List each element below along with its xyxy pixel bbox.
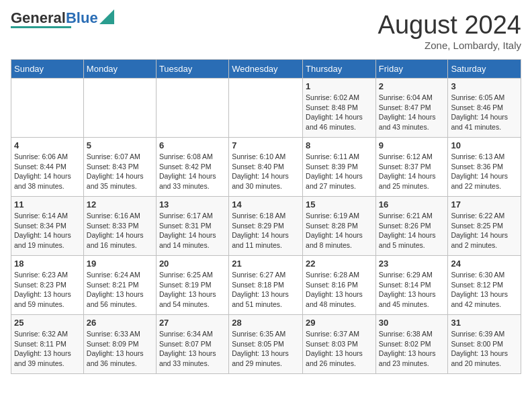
cell-1-6: 10Sunrise: 6:13 AM Sunset: 8:36 PM Dayli… — [448, 138, 521, 197]
day-info: Sunrise: 6:10 AM Sunset: 8:40 PM Dayligh… — [232, 152, 300, 191]
cell-2-5: 16Sunrise: 6:21 AM Sunset: 8:26 PM Dayli… — [375, 197, 448, 256]
day-info: Sunrise: 6:22 AM Sunset: 8:25 PM Dayligh… — [451, 211, 518, 250]
day-number: 6 — [159, 140, 226, 150]
day-info: Sunrise: 6:17 AM Sunset: 8:31 PM Dayligh… — [159, 211, 226, 250]
cell-2-6: 17Sunrise: 6:22 AM Sunset: 8:25 PM Dayli… — [448, 197, 521, 256]
day-number: 26 — [87, 318, 153, 328]
cell-4-5: 30Sunrise: 6:38 AM Sunset: 8:02 PM Dayli… — [375, 315, 448, 374]
day-number: 11 — [14, 199, 81, 210]
day-info: Sunrise: 6:34 AM Sunset: 8:07 PM Dayligh… — [159, 329, 226, 369]
cell-1-2: 6Sunrise: 6:08 AM Sunset: 8:42 PM Daylig… — [156, 138, 228, 197]
weekday-wednesday: Wednesday — [229, 60, 303, 79]
day-info: Sunrise: 6:35 AM Sunset: 8:05 PM Dayligh… — [232, 329, 300, 369]
cell-1-3: 7Sunrise: 6:10 AM Sunset: 8:40 PM Daylig… — [229, 138, 303, 197]
cell-3-5: 23Sunrise: 6:29 AM Sunset: 8:14 PM Dayli… — [375, 256, 448, 315]
weekday-sunday: Sunday — [11, 60, 84, 79]
day-number: 1 — [306, 81, 373, 91]
day-number: 2 — [379, 81, 445, 91]
cell-3-4: 22Sunrise: 6:28 AM Sunset: 8:16 PM Dayli… — [303, 256, 376, 315]
day-info: Sunrise: 6:23 AM Sunset: 8:23 PM Dayligh… — [14, 270, 81, 310]
day-info: Sunrise: 6:37 AM Sunset: 8:03 PM Dayligh… — [306, 329, 373, 369]
header: GeneralBlue August 2024 Zone, Lombardy, … — [11, 11, 521, 51]
day-number: 9 — [379, 140, 445, 150]
weekday-monday: Monday — [83, 60, 156, 79]
weekday-thursday: Thursday — [303, 60, 376, 79]
day-number: 3 — [451, 81, 518, 91]
cell-0-4: 1Sunrise: 6:02 AM Sunset: 8:48 PM Daylig… — [303, 79, 376, 138]
cell-2-3: 14Sunrise: 6:18 AM Sunset: 8:29 PM Dayli… — [229, 197, 303, 256]
day-info: Sunrise: 6:25 AM Sunset: 8:19 PM Dayligh… — [159, 270, 226, 310]
day-info: Sunrise: 6:39 AM Sunset: 8:00 PM Dayligh… — [451, 329, 518, 369]
svg-marker-0 — [99, 9, 114, 24]
day-number: 7 — [232, 140, 300, 150]
day-info: Sunrise: 6:13 AM Sunset: 8:36 PM Dayligh… — [451, 152, 518, 191]
cell-2-2: 13Sunrise: 6:17 AM Sunset: 8:31 PM Dayli… — [156, 197, 228, 256]
day-number: 17 — [451, 199, 518, 210]
day-info: Sunrise: 6:38 AM Sunset: 8:02 PM Dayligh… — [379, 329, 445, 369]
day-number: 8 — [306, 140, 373, 150]
day-info: Sunrise: 6:05 AM Sunset: 8:46 PM Dayligh… — [451, 93, 518, 132]
logo-underline — [11, 26, 71, 28]
day-number: 30 — [379, 318, 445, 328]
day-number: 27 — [159, 318, 226, 328]
day-number: 25 — [14, 318, 81, 328]
cell-4-1: 26Sunrise: 6:33 AM Sunset: 8:09 PM Dayli… — [83, 315, 156, 374]
cell-3-3: 21Sunrise: 6:27 AM Sunset: 8:18 PM Dayli… — [229, 256, 303, 315]
day-info: Sunrise: 6:29 AM Sunset: 8:14 PM Dayligh… — [379, 270, 445, 310]
day-number: 14 — [232, 199, 300, 210]
cell-0-6: 3Sunrise: 6:05 AM Sunset: 8:46 PM Daylig… — [448, 79, 521, 138]
cell-4-2: 27Sunrise: 6:34 AM Sunset: 8:07 PM Dayli… — [156, 315, 228, 374]
day-info: Sunrise: 6:30 AM Sunset: 8:12 PM Dayligh… — [451, 270, 518, 310]
cell-0-5: 2Sunrise: 6:04 AM Sunset: 8:47 PM Daylig… — [375, 79, 448, 138]
cell-3-2: 20Sunrise: 6:25 AM Sunset: 8:19 PM Dayli… — [156, 256, 228, 315]
cell-4-3: 28Sunrise: 6:35 AM Sunset: 8:05 PM Dayli… — [229, 315, 303, 374]
cell-1-5: 9Sunrise: 6:12 AM Sunset: 8:37 PM Daylig… — [375, 138, 448, 197]
week-row-4: 18Sunrise: 6:23 AM Sunset: 8:23 PM Dayli… — [11, 256, 521, 315]
week-row-3: 11Sunrise: 6:14 AM Sunset: 8:34 PM Dayli… — [11, 197, 521, 256]
day-info: Sunrise: 6:27 AM Sunset: 8:18 PM Dayligh… — [232, 270, 300, 310]
day-number: 23 — [379, 259, 445, 269]
cell-2-1: 12Sunrise: 6:16 AM Sunset: 8:33 PM Dayli… — [83, 197, 156, 256]
logo-general: General — [11, 9, 66, 26]
day-number: 21 — [232, 259, 300, 269]
day-info: Sunrise: 6:02 AM Sunset: 8:48 PM Dayligh… — [306, 93, 373, 132]
day-number: 19 — [87, 259, 153, 269]
day-number: 12 — [87, 199, 153, 210]
day-number: 31 — [451, 318, 518, 328]
logo-icon — [99, 9, 114, 24]
day-number: 20 — [159, 259, 226, 269]
logo: GeneralBlue — [11, 11, 114, 28]
day-info: Sunrise: 6:11 AM Sunset: 8:39 PM Dayligh… — [306, 152, 373, 191]
cell-3-6: 24Sunrise: 6:30 AM Sunset: 8:12 PM Dayli… — [448, 256, 521, 315]
day-info: Sunrise: 6:28 AM Sunset: 8:16 PM Dayligh… — [306, 270, 373, 310]
cell-0-0 — [11, 79, 84, 138]
cell-4-6: 31Sunrise: 6:39 AM Sunset: 8:00 PM Dayli… — [448, 315, 521, 374]
day-info: Sunrise: 6:04 AM Sunset: 8:47 PM Dayligh… — [379, 93, 445, 132]
week-row-1: 1Sunrise: 6:02 AM Sunset: 8:48 PM Daylig… — [11, 79, 521, 138]
cell-2-4: 15Sunrise: 6:19 AM Sunset: 8:28 PM Dayli… — [303, 197, 376, 256]
cell-3-1: 19Sunrise: 6:24 AM Sunset: 8:21 PM Dayli… — [83, 256, 156, 315]
day-info: Sunrise: 6:16 AM Sunset: 8:33 PM Dayligh… — [87, 211, 153, 250]
day-info: Sunrise: 6:18 AM Sunset: 8:29 PM Dayligh… — [232, 211, 300, 250]
day-number: 18 — [14, 259, 81, 269]
day-number: 28 — [232, 318, 300, 328]
day-number: 22 — [306, 259, 373, 269]
cell-1-4: 8Sunrise: 6:11 AM Sunset: 8:39 PM Daylig… — [303, 138, 376, 197]
weekday-friday: Friday — [375, 60, 448, 79]
calendar-table: SundayMondayTuesdayWednesdayThursdayFrid… — [11, 59, 521, 374]
week-row-2: 4Sunrise: 6:06 AM Sunset: 8:44 PM Daylig… — [11, 138, 521, 197]
day-info: Sunrise: 6:07 AM Sunset: 8:43 PM Dayligh… — [87, 152, 153, 191]
day-info: Sunrise: 6:08 AM Sunset: 8:42 PM Dayligh… — [159, 152, 226, 191]
cell-2-0: 11Sunrise: 6:14 AM Sunset: 8:34 PM Dayli… — [11, 197, 84, 256]
logo-text: GeneralBlue — [11, 11, 98, 26]
day-info: Sunrise: 6:33 AM Sunset: 8:09 PM Dayligh… — [87, 329, 153, 369]
subtitle: Zone, Lombardy, Italy — [378, 40, 521, 51]
cell-1-0: 4Sunrise: 6:06 AM Sunset: 8:44 PM Daylig… — [11, 138, 84, 197]
cell-0-2 — [156, 79, 228, 138]
day-number: 4 — [14, 140, 81, 150]
weekday-header-row: SundayMondayTuesdayWednesdayThursdayFrid… — [11, 60, 521, 79]
weekday-saturday: Saturday — [448, 60, 521, 79]
title-area: August 2024 Zone, Lombardy, Italy — [378, 11, 521, 51]
weekday-tuesday: Tuesday — [156, 60, 228, 79]
cell-4-4: 29Sunrise: 6:37 AM Sunset: 8:03 PM Dayli… — [303, 315, 376, 374]
